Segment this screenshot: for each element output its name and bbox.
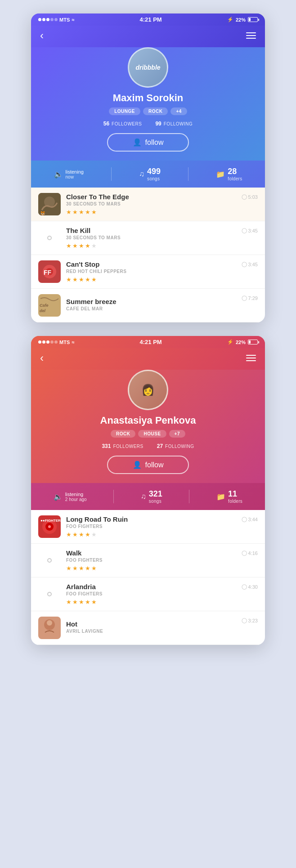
clock-icon-2-2: ◯ (242, 550, 247, 556)
song-item-2-1[interactable]: ●●FIGHTER Long Road To Ruin FOO FIGHTERS… (31, 510, 265, 544)
stats-bar-1: 🔈 listening now ♫ 499 songs (31, 161, 265, 188)
song-artist-2-4: AVRIL LAVIGNE (66, 629, 258, 634)
divider-1 (111, 167, 112, 181)
folders-top-2: 📁 11 folders (216, 489, 242, 504)
menu-button-2[interactable] (246, 355, 256, 361)
speaker-icon-1: 🔈 (54, 170, 63, 179)
clock-icon-1-1: ◯ (242, 194, 247, 200)
song-item-1-3[interactable]: FF Can't Stop RED HOT CHILI PEPPERS ★ ★ … (31, 255, 265, 289)
time-value-1-4: 7:29 (248, 295, 258, 301)
stars-2-3: ★ ★ ★ ★ ★ (66, 599, 258, 605)
following-label-2: FOLLOWING (165, 444, 194, 449)
follow-button-1[interactable]: 👤 follow (107, 133, 189, 152)
bluetooth-icon-1: ⚡ (227, 17, 233, 22)
song-title-1-3: Can't Stop (66, 260, 258, 268)
star-3: ★ (79, 242, 84, 249)
song-info-1-2: The Kill 30 SECONDS TO MARS ★ ★ ★ ★ ★ (66, 227, 258, 249)
song-title-2-1: Long Road To Ruin (66, 515, 258, 523)
listening-text-1: listening now (66, 169, 84, 179)
no-thumb-2-3 (38, 583, 61, 605)
song-item-1-2[interactable]: The Kill 30 SECONDS TO MARS ★ ★ ★ ★ ★ ◯ … (31, 221, 265, 255)
menu-line-1 (246, 32, 256, 33)
back-button-1[interactable]: ‹ (40, 29, 44, 42)
svg-point-17 (47, 620, 52, 626)
folders-label-1: folders (228, 176, 242, 181)
song-artist-2-2: FOO FIGHTERS (66, 558, 258, 563)
playing-dot-2-2 (47, 558, 52, 563)
star-3: ★ (79, 565, 84, 572)
thumb-art-2-1: ●●FIGHTER (38, 515, 61, 538)
tag-more-2: +7 (169, 430, 185, 438)
menu-button-1[interactable] (246, 32, 256, 39)
song-info-2-4: Hot AVRIL LAVIGNE (66, 620, 258, 636)
song-time-2-3: ◯ 4:30 (242, 584, 258, 590)
star-4: ★ (85, 599, 90, 605)
song-item-2-4[interactable]: Hot AVRIL LAVIGNE ◯ 3:23 (31, 611, 265, 645)
song-time-1-4: ◯ 7:29 (242, 295, 258, 301)
songs-count-2: 321 (149, 489, 162, 499)
menu-line-4 (246, 355, 256, 356)
song-artist-1-2: 30 SECONDS TO MARS (66, 235, 258, 240)
following-count-2: 27 (157, 443, 163, 449)
profile-card-2: MTS ≈ 4:21 PM ⚡ 22% ‹ 👩 (31, 336, 265, 645)
song-thumb-1-4: Cafe del (38, 294, 61, 317)
song-item-1-4[interactable]: Cafe del Summer breeze CAFE DEL MAR ◯ 7:… (31, 289, 265, 322)
carrier-1: MTS (59, 17, 70, 22)
song-artist-1-3: RED HOT CHILI PEPPERS (66, 269, 258, 274)
star-2: ★ (72, 242, 78, 249)
time-2: 4:21 PM (140, 339, 162, 345)
followers-count-1: 56 (103, 121, 109, 127)
song-item-2-3[interactable]: Arlandria FOO FIGHTERS ★ ★ ★ ★ ★ ◯ 4:30 (31, 577, 265, 611)
dot-5 (54, 18, 58, 21)
folders-label-2: folders (228, 499, 242, 504)
listening-stat-2: 🔈 listening 2 hour ago (54, 492, 87, 502)
songs-top-1: ♫ 499 songs (139, 167, 161, 181)
star-5: ★ (91, 599, 97, 605)
star-1: ★ (66, 242, 72, 249)
thumb-art-1-3: FF (38, 260, 61, 283)
song-thumb-2-1: ●●FIGHTER (38, 515, 61, 538)
person-icon-2: 👤 (133, 461, 142, 469)
star-5: ★ (91, 209, 97, 215)
stars-2-1: ★ ★ ★ ★ ★ (66, 531, 258, 538)
stars-1-1: ★ ★ ★ ★ ★ (66, 209, 258, 215)
following-stat-1: 99 FOLLOWING (155, 121, 193, 127)
back-button-2[interactable]: ‹ (40, 352, 44, 364)
star-5-empty: ★ (91, 531, 97, 538)
battery-percent-1: 22% (236, 17, 246, 22)
folders-stat-1: 📁 28 folders (216, 167, 242, 181)
song-title-1-1: Closer To The Edge (66, 193, 258, 201)
avatar-placeholder-1: dribbble (129, 49, 167, 86)
listening-stat-1: 🔈 listening now (54, 169, 84, 179)
playing-dot-1-2 (47, 236, 52, 240)
stars-2-2: ★ ★ ★ ★ ★ (66, 565, 258, 572)
followers-stat-2: 331 FOLLOWERS (102, 443, 143, 449)
song-title-2-3: Arlandria (66, 583, 258, 591)
song-list-1: 🐯 Closer To The Edge 30 SECONDS TO MARS … (31, 188, 265, 322)
song-artist-2-3: FOO FIGHTERS (66, 591, 258, 596)
star-2: ★ (72, 209, 78, 215)
dot-2 (42, 340, 45, 344)
nav-header-1: ‹ (31, 26, 265, 47)
time-value-2-2: 4:16 (248, 550, 258, 556)
battery-fill-2 (249, 340, 251, 344)
song-info-2-3: Arlandria FOO FIGHTERS ★ ★ ★ ★ ★ (66, 583, 258, 605)
star-5: ★ (91, 565, 97, 572)
star-5-empty: ★ (91, 242, 97, 249)
folder-icon-2: 📁 (216, 492, 225, 501)
svg-text:Cafe: Cafe (40, 303, 49, 308)
tag-more-1: +4 (170, 107, 187, 115)
divider-2 (188, 167, 188, 181)
time-value-2-4: 3:23 (248, 618, 258, 623)
clock-icon-2-4: ◯ (242, 617, 247, 623)
speaker-icon-2: 🔈 (54, 492, 63, 501)
listening-label-1: listening (66, 169, 84, 174)
follow-button-2[interactable]: 👤 follow (107, 456, 189, 474)
svg-text:FF: FF (44, 269, 52, 276)
song-item-1-1[interactable]: 🐯 Closer To The Edge 30 SECONDS TO MARS … (31, 188, 265, 221)
song-info-1-1: Closer To The Edge 30 SECONDS TO MARS ★ … (66, 193, 258, 215)
wifi-icon-1: ≈ (72, 17, 74, 22)
song-item-2-2[interactable]: Walk FOO FIGHTERS ★ ★ ★ ★ ★ ◯ 4:16 (31, 544, 265, 577)
star-3: ★ (79, 209, 84, 215)
listening-sub-2: 2 hour ago (65, 497, 87, 502)
